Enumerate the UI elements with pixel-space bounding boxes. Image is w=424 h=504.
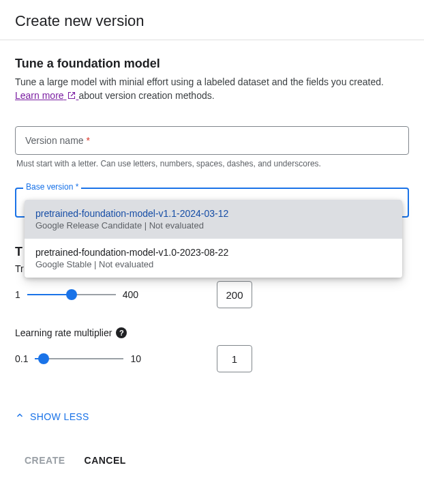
slider-thumb[interactable] [38,353,49,364]
learning-rate-value: 1 [232,353,237,365]
content-area: Tune a foundation model Tune a large mod… [0,40,424,422]
show-less-label: SHOW LESS [30,411,89,422]
version-name-hint: Must start with a letter. Can use letter… [16,159,408,168]
learning-rate-label-row: Learning rate multiplier ? [15,327,409,338]
dropdown-option[interactable]: pretrained-foundation-model-v1.0-2023-08… [25,239,402,278]
page-header: Create new version [0,0,424,40]
section-title: Tune a foundation model [15,57,409,71]
base-version-dropdown: pretrained-foundation-model-v1.1-2024-03… [25,200,402,278]
learning-rate-slider-group: 0.1 10 [15,353,141,365]
create-button[interactable]: CREATE [25,455,65,466]
show-less-toggle[interactable]: SHOW LESS [15,411,89,422]
train-steps-input[interactable]: 200 [217,281,252,308]
help-icon[interactable]: ? [116,327,127,338]
learning-rate-label: Learning rate multiplier [15,327,112,338]
train-steps-row: 1 400 200 [15,281,409,308]
learn-more-text: Learn more [15,90,64,101]
learning-rate-slider[interactable] [35,353,123,365]
learn-more-link[interactable]: Learn more [15,90,78,101]
form-area: Version name * Must start with a letter.… [15,126,409,422]
section-description: Tune a large model with minial effort us… [15,76,409,87]
learning-rate-max: 10 [130,353,141,364]
action-bar: CREATE CANCEL [0,422,424,479]
slider-fill [27,294,72,295]
section-learn-row: Learn more about version creation method… [15,90,409,102]
train-steps-min: 1 [15,289,20,300]
option-title: pretrained-foundation-model-v1.1-2024-03… [35,208,391,219]
cancel-button[interactable]: CANCEL [85,455,126,466]
option-subtitle: Google Stable | Not evaluated [35,259,391,269]
slider-thumb[interactable] [66,289,77,300]
train-steps-slider-group: 1 400 [15,288,138,301]
learning-rate-input[interactable]: 1 [217,345,252,372]
version-name-label: Version name * [25,135,90,146]
option-title: pretrained-foundation-model-v1.0-2023-08… [35,247,391,258]
section-desc-text: Tune a large model with minial effort us… [15,76,384,87]
option-subtitle: Google Release Candidate | Not evaluated [35,220,391,231]
train-steps-max: 400 [123,289,138,300]
train-steps-slider[interactable] [27,288,116,301]
learning-rate-row: 0.1 10 1 [15,345,409,372]
version-name-input[interactable]: Version name * [15,126,409,155]
external-link-icon [67,91,76,102]
learning-rate-min: 0.1 [15,353,28,364]
dropdown-option[interactable]: pretrained-foundation-model-v1.1-2024-03… [25,200,402,239]
chevron-up-icon [15,411,25,422]
base-version-field: Base version * pretrained-foundation-mod… [15,188,409,218]
after-link-text: about version creation methods. [78,90,214,101]
base-version-label: Base version * [23,182,81,192]
page-title: Create new version [15,12,409,30]
train-steps-value: 200 [226,289,243,301]
